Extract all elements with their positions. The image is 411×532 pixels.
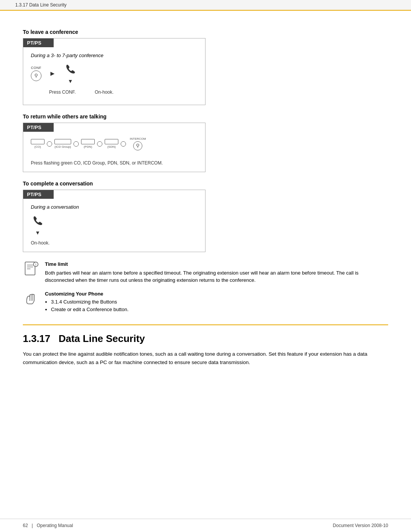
sdn-rect: [105, 139, 118, 144]
down-arrow-icon: ▼: [68, 78, 73, 84]
phone-symbol-2: [31, 214, 45, 231]
op-circle-3: [97, 141, 102, 147]
ptps-body-leave: During a 3- to 7-party conference CONF: [23, 47, 205, 105]
op-circle-icon-4: [121, 141, 126, 147]
svg-text:i: i: [35, 262, 36, 267]
heading-complete-conv: To complete a conversation: [23, 181, 388, 187]
ptps-italic-complete: During a conversation: [31, 204, 198, 210]
footer-left-label: Operating Manual: [37, 523, 73, 528]
note-customizing: Customizing Your Phone 3.1.4 Customizing…: [23, 290, 388, 313]
ptps-box-leave: PT/PS During a 3- to 7-party conference …: [23, 38, 206, 105]
note-item-0: 3.1.4 Customizing the Buttons: [51, 298, 388, 306]
note-body-time: Both parties will hear an alarm tone bef…: [45, 269, 388, 284]
top-bar: 1.3.17 Data Line Security: [0, 0, 411, 11]
note-svg-custom: [23, 290, 40, 307]
intercom-button-icon: INTERCOM: [130, 137, 146, 150]
note-content-time: Time limit Both parties will hear an ala…: [45, 260, 388, 284]
sdn-sub-label: (SDN): [107, 145, 116, 149]
section-divider: [23, 324, 388, 325]
down-arrow-icon-2: ▼: [35, 230, 40, 236]
conf-circle: [31, 70, 41, 81]
page-number: 62: [23, 523, 28, 528]
intercom-circle: [133, 141, 142, 150]
op-circle-icon-1: [47, 141, 52, 147]
note-title-time: Time limit: [45, 261, 68, 267]
phone-onhook-icon: ▼: [64, 63, 77, 84]
footer-right: Document Version 2008-10: [333, 523, 388, 528]
icd-button-icon: (ICD Group): [54, 139, 71, 149]
icd-sub-label: (ICD Group): [54, 145, 71, 149]
svg-point-2: [137, 144, 139, 146]
note-svg-time: i: [23, 260, 40, 277]
main-section-body: You can protect the line against audible…: [23, 350, 373, 366]
phone-symbol: [64, 63, 77, 80]
note-title-customizing: Customizing Your Phone: [45, 291, 103, 297]
page-container: 1.3.17 Data Line Security To leave a con…: [0, 0, 411, 532]
pdn-sub-label: (PDN): [84, 145, 92, 149]
note-time-limit: i Time limit Both parties will hear an a…: [23, 260, 388, 284]
on-hook-label-1: On-hook.: [95, 89, 113, 95]
ptps-box-complete: PT/PS During a conversation ▼ On-hook.: [23, 190, 206, 252]
main-section-heading: Data Line Security: [59, 333, 145, 344]
icd-rect: [54, 139, 71, 144]
co-sub-label: (CO): [34, 145, 41, 149]
pdn-button-icon: (PDN): [81, 139, 95, 149]
heading-leave-conference: To leave a conference: [23, 29, 388, 35]
sdn-button-icon: (SDN): [105, 139, 118, 149]
op-circle-4: [121, 141, 126, 147]
phone-onhook-icon-2: ▼: [31, 214, 45, 236]
op-circle-2: [73, 141, 79, 147]
ptps-body-return: (CO) (ICD Group): [23, 132, 205, 172]
step-row-leave: CONF ►: [31, 63, 198, 84]
footer-left: 62 | Operating Manual: [23, 523, 73, 528]
op-circle-icon-2: [73, 141, 79, 147]
note-items-customizing: 3.1.4 Customizing the Buttons Create or …: [51, 298, 388, 313]
note-icon-customizing: [23, 290, 40, 308]
main-section-title: 1.3.17 Data Line Security: [23, 333, 388, 345]
step-labels-row: Press CONF. On-hook.: [31, 88, 198, 95]
op-circle-icon-3: [97, 141, 102, 147]
co-buttons-row: (CO) (ICD Group): [31, 137, 198, 150]
svg-point-0: [35, 74, 37, 76]
ptps-label-complete: PT/PS: [23, 190, 54, 199]
top-bar-label: 1.3.17 Data Line Security: [15, 2, 67, 8]
on-hook-label-2: On-hook.: [31, 240, 49, 246]
co-button-icon: (CO): [31, 139, 45, 149]
main-content: To leave a conference PT/PS During a 3- …: [0, 11, 411, 519]
ptps-label-leave: PT/PS: [23, 38, 54, 47]
page-footer: 62 | Operating Manual Document Version 2…: [0, 519, 411, 532]
phone-onhook-complete: ▼: [31, 214, 198, 236]
op-circle-1: [47, 141, 52, 147]
note-content-customizing: Customizing Your Phone 3.1.4 Customizing…: [45, 290, 388, 313]
note-icon-time: i: [23, 260, 40, 278]
press-conf-label: Press CONF.: [49, 89, 80, 95]
conf-button-icon: CONF: [31, 66, 41, 81]
pdn-rect: [81, 139, 95, 144]
main-section-number: 1.3.17: [23, 333, 50, 344]
ptps-box-return: PT/PS (CO) (ICD Group): [23, 123, 206, 172]
note-item-1: Create or edit a Conference button.: [51, 306, 388, 313]
conf-label: CONF: [31, 66, 41, 70]
heading-return-talking: To return while others are talking: [23, 113, 388, 120]
intercom-label: INTERCOM: [130, 137, 146, 141]
ptps-body-complete: During a conversation ▼ On-hook.: [23, 199, 205, 252]
press-flashing-text: Press flashing green CO, ICD Group, PDN,…: [31, 160, 198, 166]
ptps-label-return: PT/PS: [23, 123, 54, 132]
footer-right-label: Document Version 2008-10: [333, 523, 388, 528]
arrow-right-icon: ►: [49, 70, 56, 78]
ptps-italic-leave: During a 3- to 7-party conference: [31, 53, 198, 58]
co-rect: [31, 139, 45, 144]
